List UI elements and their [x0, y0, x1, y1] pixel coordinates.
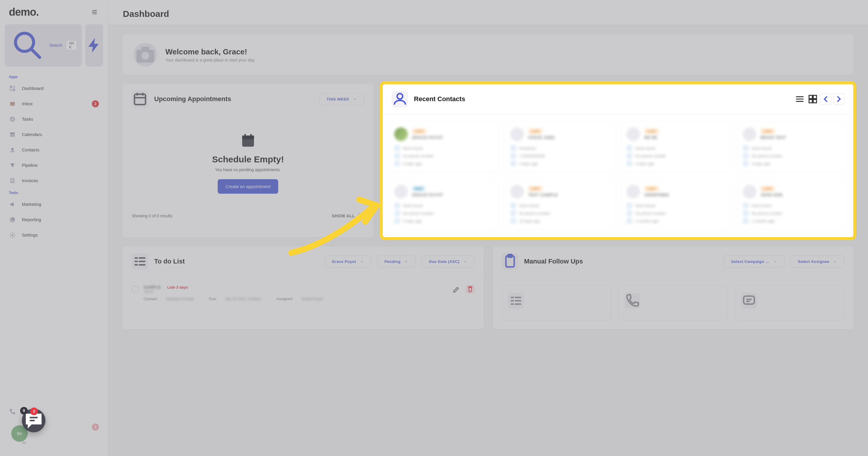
contact-name: TEST SAMPLE: [528, 193, 558, 197]
task-sub: TEST: [144, 289, 154, 294]
phone-icon: [9, 408, 16, 415]
sidebar-item-invoices[interactable]: Invoices: [0, 173, 108, 189]
contact-card[interactable]: NEW GRACE PUYOT None found No phone numb…: [389, 179, 499, 230]
task-title: SAMPLE: [144, 285, 161, 289]
contact-phone: No phone number: [752, 154, 782, 158]
delete-task-button[interactable]: [466, 285, 475, 294]
sidebar-item-label: Inbox: [22, 101, 86, 106]
contact-tag: LOST: [528, 129, 542, 134]
followup-card[interactable]: [502, 285, 611, 320]
contact-age: 4 days ago: [635, 162, 654, 166]
svg-rect-20: [813, 95, 816, 98]
contact-phone: No phone number: [635, 211, 666, 216]
sidebar-item-inbox[interactable]: Inbox 2: [0, 96, 108, 112]
svg-rect-4: [13, 89, 15, 91]
followups-campaign-filter[interactable]: Select Campaign …: [723, 256, 784, 267]
trash-icon: [466, 285, 475, 294]
svg-point-0: [16, 33, 33, 51]
followups-assignee-filter[interactable]: Select Assignee: [790, 256, 844, 267]
contact-card[interactable]: LOST JOHN DOE None found No phone number…: [737, 179, 847, 230]
reporting-icon: [9, 216, 16, 223]
sidebar-item-reporting[interactable]: Reporting: [0, 212, 108, 227]
menu-collapse-icon: [91, 8, 99, 16]
todo-status-filter[interactable]: Pending: [377, 256, 416, 267]
sidebar: demo. Search ctrl K Apps Dashboard Inbox…: [0, 0, 108, 456]
contact-name: STEVE JOBS: [528, 135, 555, 140]
todo-panel-icon: [132, 253, 148, 270]
sidebar-item-label: Marketing: [22, 202, 99, 207]
contact-source: None found: [635, 203, 655, 208]
svg-rect-15: [134, 94, 145, 105]
person-icon: [392, 91, 408, 107]
list-icon: [794, 93, 805, 105]
sidebar-item-marketing[interactable]: Marketing: [0, 197, 108, 212]
appointments-filter-button[interactable]: THIS WEEK: [319, 93, 365, 105]
contact-card[interactable]: LOST RE RE None found No phone number 4 …: [621, 121, 731, 173]
appointments-empty-title: Schedule Empty!: [132, 154, 365, 164]
followup-card[interactable]: [618, 285, 728, 320]
grid-icon: [807, 93, 818, 105]
edit-task-button[interactable]: [452, 285, 461, 294]
sidebar-item-phone[interactable]: Phone: [0, 404, 108, 419]
contact-avatar: [743, 127, 756, 141]
contact-age: 4 days ago: [519, 162, 538, 166]
prev-page-button[interactable]: [820, 93, 831, 105]
sidebar-item-dashboard[interactable]: Dashboard: [0, 81, 108, 96]
calendar-icon: [132, 91, 148, 107]
sidebar-item-label: Tasks: [22, 116, 99, 121]
contact-tag: LOST: [644, 186, 659, 191]
grid-view-button[interactable]: [807, 93, 818, 105]
pipeline-icon: [9, 162, 16, 169]
sidebar-item-calendars[interactable]: Calendars: [0, 127, 108, 142]
task-row[interactable]: SAMPLE Late 3 days TEST Contact: Gabriel…: [132, 280, 475, 306]
edit-icon: [452, 285, 461, 294]
followup-card[interactable]: [735, 285, 844, 320]
sidebar-item-contacts[interactable]: Contacts: [0, 142, 108, 158]
sidebar-item-label: Pipeline: [22, 163, 99, 168]
sidebar-item-settings[interactable]: Settings: [0, 227, 108, 243]
todo-sort-filter[interactable]: Due Date (ASC): [422, 256, 474, 267]
contact-tag: LOST: [412, 129, 427, 134]
phone-icon: [743, 210, 749, 216]
clock-icon: [510, 161, 516, 167]
svg-point-11: [11, 234, 13, 236]
contact-card[interactable]: LOST GRACE PUYOT None found No phone num…: [389, 121, 499, 173]
sidebar-item-label: Contacts: [22, 147, 99, 152]
chevron-left-icon: [820, 94, 831, 105]
phone-icon: [394, 153, 400, 159]
contact-card[interactable]: LOST BRIAN TEST None found No phone numb…: [737, 121, 847, 173]
contact-avatar: [394, 127, 408, 141]
page-header: Dashboard: [108, 0, 868, 25]
chevron-down-icon: [773, 259, 777, 263]
search-button[interactable]: Search ctrl K: [5, 24, 82, 66]
contact-source: None found: [519, 203, 539, 208]
chat-fab[interactable]: 9 2: [22, 409, 45, 432]
todo-title: To do List: [154, 258, 319, 265]
contact-source: None found: [635, 146, 655, 150]
sidebar-item-pipeline[interactable]: Pipeline: [0, 158, 108, 173]
sidebar-item-tasks[interactable]: Tasks: [0, 112, 108, 127]
next-page-button[interactable]: [833, 93, 844, 105]
sidebar-item-label: Invoices: [22, 178, 99, 183]
contact-avatar: [626, 127, 640, 141]
quick-action-button[interactable]: [85, 24, 103, 66]
recent-contacts-panel: Recent Contacts LOST GRACE PUYOT: [383, 84, 853, 237]
checklist-icon: [132, 253, 148, 270]
contact-card[interactable]: LOST STEVE JOBS Facebook +14455554555 4 …: [505, 121, 615, 173]
avatar-placeholder[interactable]: [133, 43, 157, 66]
contact-avatar: [510, 185, 524, 198]
followups-panel: Manual Follow Ups Select Campaign … Sele…: [493, 247, 854, 329]
list-view-button[interactable]: [794, 93, 805, 105]
svg-rect-3: [10, 89, 12, 91]
svg-rect-22: [813, 99, 816, 103]
contact-card[interactable]: LOST UNDEFINED None found No phone numbe…: [621, 179, 731, 230]
contacts-icon: [9, 146, 16, 153]
contact-card[interactable]: LOST TEST SAMPLE None found No phone num…: [505, 179, 615, 230]
appointments-show-all-button[interactable]: SHOW ALL: [332, 212, 364, 220]
todo-user-filter[interactable]: Grace Puyot: [324, 256, 371, 267]
sidebar-collapse-button[interactable]: [91, 8, 99, 16]
message-icon: [741, 293, 757, 309]
create-appointment-button[interactable]: Create an appointment: [218, 179, 278, 194]
task-checkbox[interactable]: [132, 286, 138, 292]
contact-age: 4 days ago: [403, 162, 422, 166]
